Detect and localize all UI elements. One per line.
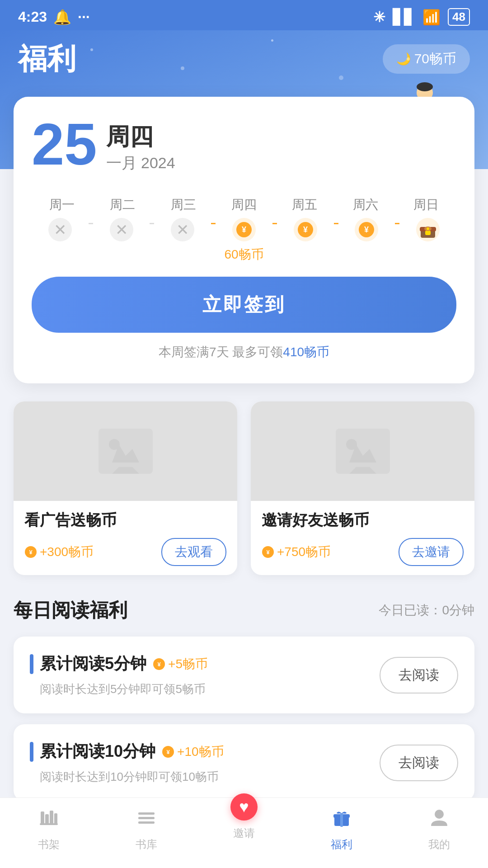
status-bar: 4:23 🔔 ··· ✳ ▋▋ 📶 48 xyxy=(0,0,488,30)
svg-text:¥: ¥ xyxy=(29,549,33,556)
svg-rect-47 xyxy=(138,821,155,824)
checkin-dot-tue: ✕ xyxy=(110,218,133,241)
nav-label-profile: 我的 xyxy=(428,837,450,852)
svg-text:¥: ¥ xyxy=(166,749,170,755)
svg-text:¥: ¥ xyxy=(157,661,161,668)
reading-desc-1: 阅读时长达到5分钟即可领5畅币 xyxy=(40,681,380,697)
date-day: 25 xyxy=(32,115,97,174)
week-label-thu: 周四 xyxy=(214,196,274,213)
reading-title-row-2: 累计阅读10分钟 ¥ +10畅币 xyxy=(30,741,380,763)
status-right: ✳ ▋▋ 📶 48 xyxy=(373,8,470,26)
nav-label-bookshelf: 书架 xyxy=(38,837,60,852)
ad-info-1: 看广告送畅币 ¥ +300畅币 去观看 xyxy=(14,501,237,575)
ad-info-2: 邀请好友送畅币 ¥ +750畅币 去邀请 xyxy=(251,501,474,575)
nav-item-bookshelf[interactable]: 书架 xyxy=(0,807,98,852)
read-button-2[interactable]: 去阅读 xyxy=(380,745,458,781)
bookshelf-icon xyxy=(38,807,60,834)
reading-item-left-1: 累计阅读5分钟 ¥ +5畅币 阅读时长达到5分钟即可领5畅币 xyxy=(30,653,380,697)
daily-reading-subtitle: 今日已读：0分钟 xyxy=(379,602,474,619)
svg-point-24 xyxy=(109,439,120,450)
nav-item-invite[interactable]: ♥ 邀请 xyxy=(195,807,293,852)
bluetooth-icon: ✳ xyxy=(373,9,385,26)
daily-reading-title: 每日阅读福利 xyxy=(14,598,127,623)
blue-bar-1 xyxy=(30,654,33,674)
gift-icon xyxy=(331,807,352,834)
date-section: 25 周四 一月 2024 xyxy=(32,115,456,174)
svg-text:¥: ¥ xyxy=(364,225,369,234)
date-info: 周四 一月 2024 xyxy=(106,121,175,174)
nav-item-welfare[interactable]: 福利 xyxy=(293,807,390,852)
nav-label-invite: 邀请 xyxy=(233,826,255,840)
daily-reading-header: 每日阅读福利 今日已读：0分钟 xyxy=(14,598,474,623)
read-button-1[interactable]: 去阅读 xyxy=(380,657,458,693)
reading-reward-1: ¥ +5畅币 xyxy=(153,656,208,673)
svg-rect-41 xyxy=(45,814,49,824)
conn-2 xyxy=(150,223,154,224)
ad-image-1 xyxy=(14,401,237,501)
reading-reward-2: ¥ +10畅币 xyxy=(162,743,224,760)
main-card: 25 周四 一月 2024 周一 周二 周三 周四 周五 周六 周日 ✕ ✕ ✕ xyxy=(14,97,474,383)
week-label-mon: 周一 xyxy=(32,196,92,213)
ad-reward-2: ¥ +750畅币 xyxy=(262,543,331,561)
checkin-dot-sat: ¥ xyxy=(355,218,378,241)
notification-icon: 🔔 xyxy=(53,9,71,26)
week-label-fri: 周五 xyxy=(274,196,335,213)
date-monthyear: 一月 2024 xyxy=(106,153,175,174)
svg-rect-46 xyxy=(138,817,155,819)
checkin-dot-thu: ¥ xyxy=(232,218,256,241)
invite-friend-button[interactable]: 去邀请 xyxy=(399,538,464,566)
checkin-wed: ✕ xyxy=(154,218,211,241)
svg-rect-43 xyxy=(54,813,57,824)
signin-button[interactable]: 立即签到 xyxy=(32,277,456,333)
ad-card-watch[interactable]: 看广告送畅币 ¥ +300畅币 去观看 xyxy=(14,401,237,575)
status-left: 4:23 🔔 ··· xyxy=(18,9,90,26)
checkin-row: ✕ ✕ ✕ ¥ ¥ ¥ xyxy=(32,218,456,241)
nav-label-library: 书库 xyxy=(136,837,157,852)
blue-bar-2 xyxy=(30,742,33,762)
conn-4 xyxy=(272,223,277,224)
nav-item-library[interactable]: 书库 xyxy=(98,807,195,852)
checkin-dot-mon: ✕ xyxy=(48,218,72,241)
time: 4:23 xyxy=(18,9,47,25)
checkin-thu: ¥ xyxy=(216,218,272,241)
svg-rect-42 xyxy=(50,811,53,824)
ad-title-2: 邀请好友送畅币 xyxy=(262,510,464,531)
checkin-dot-sun xyxy=(416,218,440,241)
watch-ad-button[interactable]: 去观看 xyxy=(161,538,226,566)
svg-rect-50 xyxy=(340,813,343,827)
conn-3 xyxy=(211,223,216,224)
week-label-tue: 周二 xyxy=(92,196,153,213)
more-icon: ··· xyxy=(78,9,90,25)
coin-reward-label: 60畅币 xyxy=(32,246,456,263)
svg-text:¥: ¥ xyxy=(303,225,308,234)
checkin-sun xyxy=(399,218,456,241)
svg-rect-44 xyxy=(40,823,58,825)
svg-text:¥: ¥ xyxy=(266,549,270,556)
checkin-sat: ¥ xyxy=(338,218,395,241)
ad-reward-1: ¥ +300畅币 xyxy=(24,543,94,561)
invite-center-btn[interactable]: ♥ xyxy=(230,793,258,821)
ad-card-invite[interactable]: 邀请好友送畅币 ¥ +750畅币 去邀请 xyxy=(251,401,474,575)
date-weekday: 周四 xyxy=(106,121,175,153)
svg-text:¥: ¥ xyxy=(242,225,246,234)
checkin-tue: ✕ xyxy=(93,218,150,241)
signin-hint: 本周签满7天 最多可领410畅币 xyxy=(32,344,456,361)
ad-image-2 xyxy=(251,401,474,501)
conn-6 xyxy=(395,223,399,224)
reading-title-2: 累计阅读10分钟 xyxy=(40,741,155,763)
week-label-sat: 周六 xyxy=(335,196,395,213)
ad-bottom-2: ¥ +750畅币 去邀请 xyxy=(262,538,464,566)
signal-icon: ▋▋ xyxy=(393,9,415,26)
reading-title-1: 累计阅读5分钟 xyxy=(40,653,146,675)
nav-label-welfare: 福利 xyxy=(331,837,352,852)
conn-5 xyxy=(334,223,338,224)
week-labels-row: 周一 周二 周三 周四 周五 周六 周日 xyxy=(32,196,456,213)
ad-cards-row: 看广告送畅币 ¥ +300畅币 去观看 xyxy=(14,401,474,575)
svg-point-21 xyxy=(427,227,429,230)
checkin-fri: ¥ xyxy=(277,218,334,241)
nav-item-profile[interactable]: 我的 xyxy=(390,807,488,852)
reading-item-5min: 累计阅读5分钟 ¥ +5畅币 阅读时长达到5分钟即可领5畅币 去阅读 xyxy=(14,637,474,713)
wifi-icon: 📶 xyxy=(422,9,441,26)
ad-title-1: 看广告送畅币 xyxy=(24,510,226,531)
profile-icon xyxy=(428,807,450,834)
